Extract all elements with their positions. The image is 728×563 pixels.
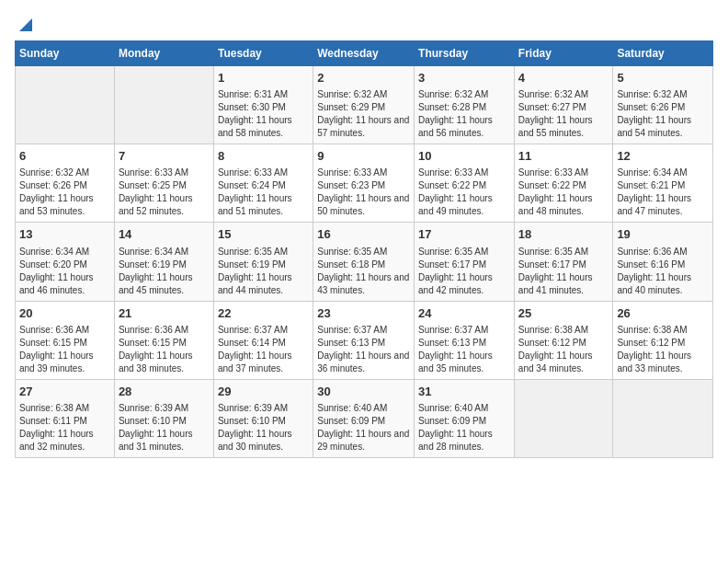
day-number: 8 [218,148,309,165]
calendar-week-5: 27Sunrise: 6:38 AM Sunset: 6:11 PM Dayli… [16,379,713,457]
calendar-week-1: 1Sunrise: 6:31 AM Sunset: 6:30 PM Daylig… [16,66,713,144]
page-header [15,15,713,31]
svg-marker-0 [19,18,32,31]
day-info: Sunrise: 6:31 AM Sunset: 6:30 PM Dayligh… [218,88,309,140]
calendar-cell: 22Sunrise: 6:37 AM Sunset: 6:14 PM Dayli… [213,301,313,379]
day-number: 28 [119,384,210,400]
day-number: 12 [617,148,709,165]
day-number: 11 [518,148,609,165]
day-info: Sunrise: 6:34 AM Sunset: 6:19 PM Dayligh… [119,246,210,297]
day-number: 21 [119,305,210,322]
calendar-cell [514,379,613,457]
calendar-week-2: 6Sunrise: 6:32 AM Sunset: 6:26 PM Daylig… [16,144,713,223]
day-info: Sunrise: 6:35 AM Sunset: 6:18 PM Dayligh… [317,246,410,297]
calendar-cell: 14Sunrise: 6:34 AM Sunset: 6:19 PM Dayli… [114,223,213,301]
calendar-week-3: 13Sunrise: 6:34 AM Sunset: 6:20 PM Dayli… [16,223,713,301]
calendar-cell: 2Sunrise: 6:32 AM Sunset: 6:29 PM Daylig… [313,66,415,144]
day-number: 19 [617,226,709,243]
day-number: 3 [418,70,510,86]
day-number: 10 [418,148,510,165]
day-info: Sunrise: 6:39 AM Sunset: 6:10 PM Dayligh… [218,402,309,454]
day-number: 29 [218,384,309,400]
calendar-week-4: 20Sunrise: 6:36 AM Sunset: 6:15 PM Dayli… [16,301,713,379]
day-info: Sunrise: 6:35 AM Sunset: 6:19 PM Dayligh… [218,246,309,297]
day-info: Sunrise: 6:33 AM Sunset: 6:22 PM Dayligh… [418,167,510,218]
calendar-cell: 1Sunrise: 6:31 AM Sunset: 6:30 PM Daylig… [213,66,313,144]
calendar-cell: 11Sunrise: 6:33 AM Sunset: 6:22 PM Dayli… [514,144,613,223]
day-number: 27 [19,384,110,400]
calendar-cell: 29Sunrise: 6:39 AM Sunset: 6:10 PM Dayli… [213,379,313,457]
calendar-cell: 30Sunrise: 6:40 AM Sunset: 6:09 PM Dayli… [313,379,415,457]
calendar-cell: 26Sunrise: 6:38 AM Sunset: 6:12 PM Dayli… [613,301,713,379]
day-number: 1 [218,70,309,86]
calendar-cell: 7Sunrise: 6:33 AM Sunset: 6:25 PM Daylig… [114,144,213,223]
day-info: Sunrise: 6:37 AM Sunset: 6:13 PM Dayligh… [317,324,410,375]
day-number: 16 [317,226,410,243]
day-info: Sunrise: 6:33 AM Sunset: 6:23 PM Dayligh… [317,167,410,218]
day-info: Sunrise: 6:38 AM Sunset: 6:12 PM Dayligh… [617,324,709,375]
calendar-cell: 20Sunrise: 6:36 AM Sunset: 6:15 PM Dayli… [16,301,115,379]
day-info: Sunrise: 6:35 AM Sunset: 6:17 PM Dayligh… [418,246,510,297]
header-wednesday: Wednesday [313,41,415,66]
calendar-cell: 8Sunrise: 6:33 AM Sunset: 6:24 PM Daylig… [213,144,313,223]
calendar-cell: 28Sunrise: 6:39 AM Sunset: 6:10 PM Dayli… [114,379,213,457]
header-tuesday: Tuesday [213,41,313,66]
calendar-cell: 15Sunrise: 6:35 AM Sunset: 6:19 PM Dayli… [213,223,313,301]
calendar-cell: 23Sunrise: 6:37 AM Sunset: 6:13 PM Dayli… [313,301,415,379]
day-info: Sunrise: 6:37 AM Sunset: 6:13 PM Dayligh… [418,324,510,375]
header-saturday: Saturday [613,41,713,66]
calendar-cell [16,66,115,144]
day-info: Sunrise: 6:32 AM Sunset: 6:26 PM Dayligh… [19,167,110,218]
calendar-header-row: SundayMondayTuesdayWednesdayThursdayFrid… [16,41,713,66]
day-number: 5 [617,70,709,86]
calendar-cell: 13Sunrise: 6:34 AM Sunset: 6:20 PM Dayli… [16,223,115,301]
calendar-cell: 24Sunrise: 6:37 AM Sunset: 6:13 PM Dayli… [415,301,515,379]
calendar-cell: 4Sunrise: 6:32 AM Sunset: 6:27 PM Daylig… [514,66,613,144]
calendar-cell: 6Sunrise: 6:32 AM Sunset: 6:26 PM Daylig… [16,144,115,223]
day-number: 6 [19,148,110,165]
day-info: Sunrise: 6:40 AM Sunset: 6:09 PM Dayligh… [418,402,510,454]
day-number: 26 [617,305,709,322]
calendar-cell [114,66,213,144]
calendar-cell: 9Sunrise: 6:33 AM Sunset: 6:23 PM Daylig… [313,144,415,223]
day-number: 18 [518,226,609,243]
calendar-cell: 5Sunrise: 6:32 AM Sunset: 6:26 PM Daylig… [613,66,713,144]
calendar-cell: 31Sunrise: 6:40 AM Sunset: 6:09 PM Dayli… [415,379,515,457]
day-info: Sunrise: 6:36 AM Sunset: 6:16 PM Dayligh… [617,246,709,297]
day-number: 17 [418,226,510,243]
day-info: Sunrise: 6:37 AM Sunset: 6:14 PM Dayligh… [218,324,309,375]
day-info: Sunrise: 6:34 AM Sunset: 6:21 PM Dayligh… [617,167,709,218]
day-info: Sunrise: 6:35 AM Sunset: 6:17 PM Dayligh… [518,246,609,297]
calendar-cell: 10Sunrise: 6:33 AM Sunset: 6:22 PM Dayli… [415,144,515,223]
day-number: 7 [119,148,210,165]
logo [15,15,33,31]
day-info: Sunrise: 6:33 AM Sunset: 6:24 PM Dayligh… [218,167,309,218]
calendar-cell: 16Sunrise: 6:35 AM Sunset: 6:18 PM Dayli… [313,223,415,301]
calendar-cell: 17Sunrise: 6:35 AM Sunset: 6:17 PM Dayli… [415,223,515,301]
day-info: Sunrise: 6:32 AM Sunset: 6:28 PM Dayligh… [418,88,510,140]
day-number: 9 [317,148,410,165]
calendar-table: SundayMondayTuesdayWednesdayThursdayFrid… [15,40,713,458]
day-number: 13 [19,226,110,243]
day-info: Sunrise: 6:36 AM Sunset: 6:15 PM Dayligh… [19,324,110,375]
day-info: Sunrise: 6:38 AM Sunset: 6:12 PM Dayligh… [518,324,609,375]
day-info: Sunrise: 6:32 AM Sunset: 6:27 PM Dayligh… [518,88,609,140]
calendar-cell: 3Sunrise: 6:32 AM Sunset: 6:28 PM Daylig… [415,66,515,144]
day-number: 4 [518,70,609,86]
day-info: Sunrise: 6:33 AM Sunset: 6:22 PM Dayligh… [518,167,609,218]
header-monday: Monday [114,41,213,66]
day-info: Sunrise: 6:32 AM Sunset: 6:29 PM Dayligh… [317,88,410,140]
day-number: 25 [518,305,609,322]
day-info: Sunrise: 6:38 AM Sunset: 6:11 PM Dayligh… [19,402,110,454]
calendar-cell: 27Sunrise: 6:38 AM Sunset: 6:11 PM Dayli… [16,379,115,457]
header-friday: Friday [514,41,613,66]
calendar-cell [613,379,713,457]
day-info: Sunrise: 6:39 AM Sunset: 6:10 PM Dayligh… [119,402,210,454]
header-thursday: Thursday [415,41,515,66]
calendar-cell: 12Sunrise: 6:34 AM Sunset: 6:21 PM Dayli… [613,144,713,223]
day-number: 2 [317,70,410,86]
day-number: 14 [119,226,210,243]
day-number: 15 [218,226,309,243]
day-number: 20 [19,305,110,322]
day-number: 23 [317,305,410,322]
